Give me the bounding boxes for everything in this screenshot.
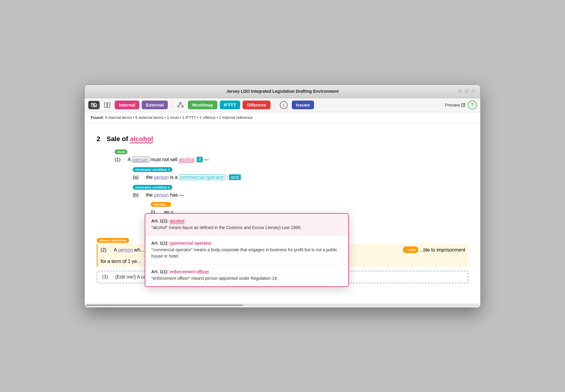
nc1-tag-wrap: necessary condition 1	[133, 167, 468, 173]
person-ref-4[interactable]: person	[118, 246, 133, 254]
app-window: Jersey LDO Integrated Legislation Drafti…	[84, 85, 481, 308]
popup-title-alcohol: Art. 1(1): alcohol	[151, 219, 342, 223]
title-bar: Jersey LDO Integrated Legislation Drafti…	[85, 85, 480, 98]
info-icon-button[interactable]: i	[278, 100, 289, 110]
book-icon-button[interactable]	[102, 101, 112, 109]
must-tag: must	[115, 149, 127, 154]
svg-point-5	[178, 106, 179, 107]
book-icon	[104, 102, 110, 108]
clause-3-text: [Edit me!] A co|	[115, 274, 147, 279]
hide-icon-button[interactable]	[88, 101, 100, 109]
svg-rect-3	[107, 103, 110, 107]
svg-point-6	[182, 106, 183, 107]
popup-commercial-underline: co	[170, 241, 174, 246]
if-word: if	[197, 157, 203, 162]
svg-line-7	[178, 104, 180, 106]
external-link-icon	[461, 103, 465, 107]
popup-section-commercial: Art. 1(1): commercial operator "commerci…	[145, 236, 348, 264]
popup-section-enforcement: Art. 1(1): enforcement officer "enforcem…	[145, 264, 348, 286]
alcohol-ref-1[interactable]: alcohol	[179, 157, 194, 162]
popup-title-commercial-pre: Art. 1(1):	[151, 241, 170, 246]
traffic-light-2	[465, 89, 469, 93]
popup-title-commercial-word: commercial operator	[170, 241, 211, 246]
and-word: and	[229, 174, 241, 180]
offence-tag: offence definition	[97, 238, 129, 243]
nc2-tag: necessary condition 2	[133, 185, 172, 190]
person-ref-2[interactable]: person	[154, 175, 169, 180]
penalty-tag: ...nalty	[403, 246, 418, 253]
alt1-tag-wrap: alternati...	[151, 201, 468, 207]
popup-title-alcohol-word[interactable]: alcohol	[170, 219, 184, 223]
info-icon: i	[280, 101, 288, 109]
scrollbar-area[interactable]	[85, 303, 480, 307]
nc2-tag-wrap: necessary condition 2	[133, 184, 468, 190]
popup-title-enforcement: Art. 1(1): enforcement officer	[151, 269, 342, 274]
found-text: 5 internal terms • 5 external terms • 1 …	[105, 115, 253, 120]
commercial-ref[interactable]: commercial operator	[179, 174, 225, 180]
found-label: Found:	[91, 115, 104, 120]
separator-2	[274, 101, 274, 110]
eye-slash-icon	[91, 103, 97, 107]
clause-a-label: (a)	[133, 173, 145, 181]
clause-b-text: (b) the person has —	[133, 191, 468, 199]
must-tag-wrap: must	[115, 149, 468, 155]
alcohol-link-title[interactable]: alcohol	[130, 135, 153, 143]
popup-body-enforcement: "enforcement officer" means person appoi…	[151, 275, 342, 282]
svg-point-1	[93, 104, 95, 106]
clause-2-label: (2)	[101, 246, 113, 254]
clause-a-text: (a) the person is a commercial operator …	[133, 173, 468, 181]
definition-popup: Art. 1(1): alcohol "alcohol" means liquo…	[145, 213, 349, 287]
issues-button[interactable]: Issues	[292, 101, 314, 109]
clause-b-label: (b)	[133, 191, 145, 199]
svg-rect-2	[104, 103, 107, 107]
mustmay-button[interactable]: Must/may	[188, 101, 217, 109]
person-ref-3[interactable]: person	[154, 192, 169, 198]
article-number: 2	[97, 135, 100, 143]
svg-line-8	[180, 104, 183, 106]
clause-3-label: (3)	[102, 274, 114, 280]
clause-1: must (1) A person must not sell alcohol,…	[97, 149, 468, 164]
article-title: Sale of alcohol	[107, 135, 153, 143]
popup-title-alcohol-pre: Art. 1(1):	[151, 219, 170, 223]
found-bar: Found: 5 internal terms • 5 external ter…	[85, 112, 480, 123]
internal-button[interactable]: Internal	[115, 101, 139, 109]
toolbar: Internal External Must/may IFTTT Offence…	[85, 98, 480, 112]
clause-a: necessary condition 1 (a) the person is …	[133, 167, 468, 181]
scrollbar-thumb[interactable]	[86, 304, 243, 306]
ifttt-button[interactable]: IFTTT	[220, 101, 240, 109]
svg-point-4	[180, 102, 181, 104]
popup-title-enforcement-word: enforcement officer	[170, 269, 209, 274]
preview-button[interactable]: Preview	[445, 103, 465, 107]
scrollbar-track[interactable]	[86, 304, 479, 306]
clause-1-text: (1) A person must not sell alcohol, if —	[115, 155, 468, 164]
network-icon	[177, 102, 184, 108]
clause-1-label: (1)	[115, 155, 127, 164]
help-button[interactable]: ?	[468, 101, 477, 110]
network-icon-button[interactable]	[175, 101, 186, 110]
clause-b: necessary condition 2 (b) the person has…	[133, 184, 468, 199]
alt1-tag: alternati...	[151, 202, 171, 207]
window-title: Jersey LDO Integrated Legislation Drafti…	[226, 89, 339, 94]
article-heading: 2 Sale of alcohol	[97, 135, 468, 143]
content-area: 2 Sale of alcohol must (1) A person must…	[85, 123, 480, 303]
separator-1	[171, 101, 172, 110]
person-ref-1[interactable]: person	[132, 157, 149, 162]
popup-title-commercial: Art. 1(1): commercial operator	[151, 241, 342, 246]
clause-2-ending: ...ble to imprisonment	[419, 246, 465, 254]
nc1-tag: necessary condition 1	[133, 167, 172, 172]
popup-enforcement-underline2: fficer	[199, 269, 209, 274]
preview-label: Preview	[445, 103, 460, 107]
popup-title-enforcement-pre: Art. 1(1):	[151, 269, 170, 274]
popup-enforcement-underline1: f	[175, 269, 176, 274]
toolbar-right: Preview ?	[445, 101, 477, 110]
popup-body-commercial: "commercial operator" means a body corpo…	[151, 247, 342, 259]
offences-button[interactable]: Offences	[243, 101, 270, 109]
traffic-lights	[458, 89, 476, 93]
external-button[interactable]: External	[142, 101, 168, 109]
popup-section-alcohol: Art. 1(1): alcohol "alcohol" means liquo…	[145, 214, 348, 236]
traffic-light-1	[458, 89, 462, 93]
traffic-light-3	[471, 89, 476, 93]
popup-body-alcohol: "alcohol" means liquor as defined in the…	[151, 225, 342, 231]
